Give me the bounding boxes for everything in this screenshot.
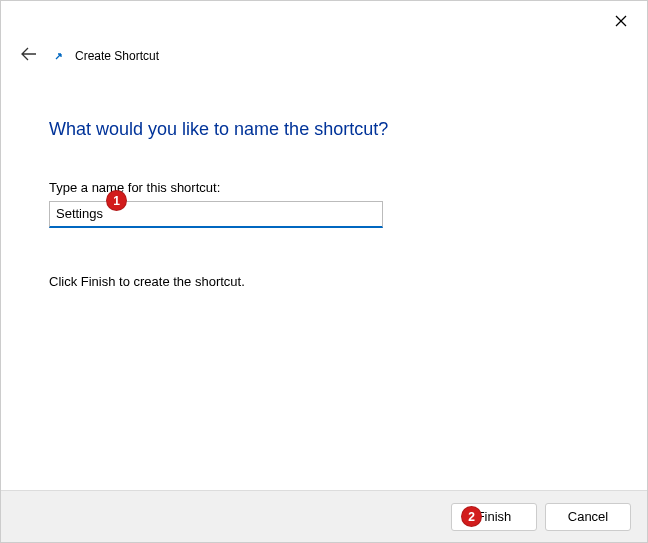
shortcut-name-input[interactable]: [49, 201, 383, 228]
cancel-button[interactable]: Cancel: [545, 503, 631, 531]
input-wrapper: [49, 201, 383, 228]
annotation-badge-1: 1: [106, 190, 127, 211]
dialog-title: Create Shortcut: [75, 49, 159, 63]
dialog-header: Create Shortcut: [1, 33, 647, 67]
dialog-footer: Finish Cancel: [1, 490, 647, 542]
help-text: Click Finish to create the shortcut.: [49, 274, 599, 289]
shortcut-icon: [51, 49, 65, 63]
back-arrow-icon: [21, 47, 37, 61]
annotation-badge-2: 2: [461, 506, 482, 527]
titlebar: [1, 1, 647, 33]
close-button[interactable]: [609, 9, 633, 33]
input-label: Type a name for this shortcut:: [49, 180, 599, 195]
dialog-content: What would you like to name the shortcut…: [1, 67, 647, 289]
back-button[interactable]: [19, 45, 39, 67]
main-heading: What would you like to name the shortcut…: [49, 119, 599, 140]
close-icon: [615, 15, 627, 27]
